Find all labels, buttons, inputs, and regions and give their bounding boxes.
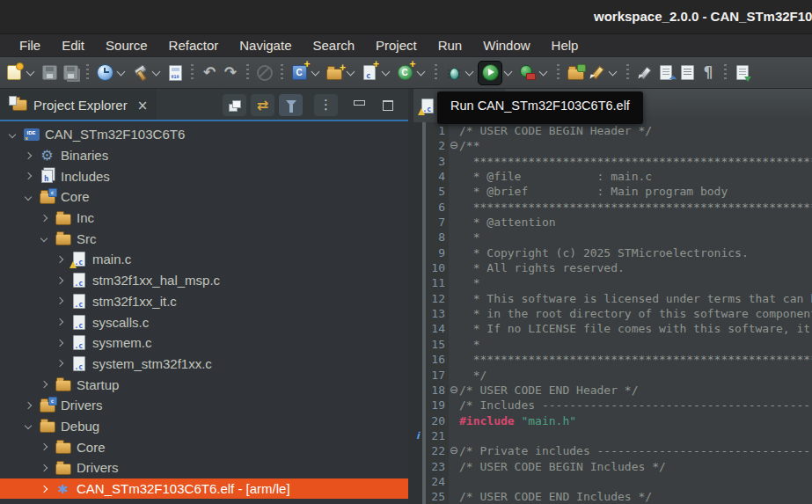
new-source-folder-button[interactable] — [324, 61, 345, 85]
code-text[interactable]: * — [459, 230, 812, 245]
expander-expand-icon[interactable] — [23, 400, 33, 411]
forward-button[interactable]: ↷ — [220, 61, 241, 85]
expander-expand-icon[interactable] — [39, 442, 49, 452]
expander-expand-icon[interactable] — [23, 171, 33, 181]
expander-expand-icon[interactable] — [39, 463, 49, 473]
code-text[interactable]: * @file : main.c — [459, 169, 812, 184]
open-folder-button[interactable] — [565, 61, 586, 85]
code-text[interactable] — [459, 428, 812, 443]
expander-expand-icon[interactable] — [55, 317, 65, 327]
new-class-button[interactable] — [394, 61, 415, 85]
code-text[interactable]: ****************************************… — [459, 154, 812, 169]
collapse-all-button[interactable] — [223, 94, 246, 116]
device-configuration-button[interactable] — [94, 61, 115, 85]
tree-item-inc[interactable]: Inc — [0, 208, 408, 229]
filter-button[interactable] — [279, 94, 303, 116]
expander-expand-icon[interactable] — [55, 338, 65, 348]
expander-expand-icon[interactable] — [39, 379, 49, 390]
outline-view-button[interactable] — [677, 61, 698, 85]
tree-item-includes[interactable]: Includes — [0, 165, 408, 186]
new-class-dropdown[interactable] — [417, 67, 426, 76]
tree-item-main-c[interactable]: main.c — [0, 249, 408, 270]
new-c-project-button[interactable] — [289, 61, 310, 85]
run-button[interactable] — [478, 61, 502, 85]
code-text[interactable]: ****************************************… — [459, 200, 812, 215]
link-documents-button[interactable] — [655, 61, 677, 85]
expander-collapse-icon[interactable] — [7, 129, 18, 140]
code-text[interactable]: * @brief : Main program body — [459, 184, 812, 199]
expander-expand-icon[interactable] — [39, 484, 49, 494]
highlighter-dropdown[interactable] — [609, 67, 618, 76]
menu-run[interactable]: Run — [428, 38, 473, 53]
expander-collapse-icon[interactable] — [23, 420, 33, 431]
menu-file[interactable]: File — [9, 38, 51, 53]
menu-navigate[interactable]: Navigate — [229, 38, 302, 53]
code-text[interactable]: * @attention — [459, 215, 812, 230]
fold-collapse-icon[interactable]: ⊖ — [449, 383, 459, 398]
code-text[interactable]: #include "main.h" — [459, 413, 812, 428]
code-text[interactable] — [459, 474, 812, 489]
device-configuration-dropdown[interactable] — [117, 67, 126, 76]
build-button[interactable] — [129, 61, 150, 85]
tree-item-core[interactable]: Core — [0, 186, 408, 208]
menu-edit[interactable]: Edit — [51, 38, 95, 53]
binary-file-button[interactable] — [165, 61, 186, 85]
new-c-project-dropdown[interactable] — [311, 67, 320, 76]
external-tools-button[interactable] — [516, 61, 538, 85]
show-whitespace-button[interactable]: ¶ — [698, 61, 719, 85]
tab-project-explorer[interactable]: Project Explorer × — [0, 89, 157, 121]
highlighter-button[interactable] — [586, 61, 607, 85]
tree-item-debug[interactable]: Debug — [0, 416, 408, 437]
view-menu-button[interactable]: ⋮ — [314, 94, 338, 116]
tree-item-stm32f1xx-it-c[interactable]: stm32f1xx_it.c — [0, 291, 408, 312]
tree-item-stm32f1xx-hal-msp-c[interactable]: stm32f1xx_hal_msp.c — [0, 270, 408, 291]
new-c-file-dropdown[interactable] — [382, 67, 391, 76]
minimize-button[interactable] — [347, 94, 371, 116]
debug-dropdown[interactable] — [465, 67, 474, 76]
run-dropdown[interactable] — [504, 67, 513, 76]
debug-button[interactable] — [443, 61, 464, 85]
last-edit-location-button[interactable] — [732, 61, 753, 85]
new-wizard-button[interactable] — [4, 61, 25, 85]
save-button[interactable] — [39, 61, 60, 85]
tree-item-src[interactable]: Src — [0, 228, 408, 249]
fold-collapse-icon[interactable]: ⊖ — [449, 138, 459, 153]
code-editor[interactable]: 1/* USER CODE BEGIN Header */2⊖/**3 ****… — [413, 122, 812, 504]
tree-item-drivers[interactable]: Drivers — [0, 395, 408, 416]
save-all-button[interactable] — [60, 61, 81, 85]
menu-project[interactable]: Project — [365, 38, 428, 53]
back-button[interactable]: ↶ — [199, 61, 220, 85]
code-text[interactable]: ****************************************… — [459, 352, 812, 367]
code-text[interactable]: /* USER CODE BEGIN Header */ — [459, 123, 812, 138]
tree-item-drivers[interactable]: Drivers — [0, 457, 408, 478]
expander-expand-icon[interactable] — [23, 150, 33, 161]
expander-expand-icon[interactable] — [55, 254, 65, 265]
menu-search[interactable]: Search — [302, 38, 365, 53]
maximize-button[interactable] — [376, 94, 399, 116]
code-text[interactable]: * If no LICENSE file comes with this sof… — [459, 321, 812, 336]
tree-item-binaries[interactable]: ⚙Binaries — [0, 145, 408, 166]
menu-source[interactable]: Source — [95, 38, 158, 53]
menu-window[interactable]: Window — [472, 38, 540, 53]
link-with-editor-button[interactable]: ⇄ — [251, 94, 274, 116]
menu-refactor[interactable]: Refactor — [158, 38, 230, 53]
code-text[interactable]: /* USER CODE BEGIN Includes */ — [459, 459, 812, 474]
tree-item-startup[interactable]: Startup — [0, 374, 408, 395]
code-text[interactable]: /* USER CODE END Includes */ — [459, 489, 812, 504]
tree-item-syscalls-c[interactable]: syscalls.c — [0, 311, 408, 332]
expander-expand-icon[interactable] — [55, 296, 65, 306]
code-text[interactable]: * Copyright (c) 2025 STMicroelectronics. — [459, 245, 812, 260]
expander-expand-icon[interactable] — [55, 358, 65, 369]
tree-item-system-stm32f1xx-c[interactable]: system_stm32f1xx.c — [0, 354, 408, 375]
code-text[interactable]: */ — [459, 368, 812, 383]
expander-expand-icon[interactable] — [39, 213, 49, 223]
tree-item-can-stm32f103c6t6-elf-arm-le-[interactable]: *CAN_STm32F103C6T6.elf - [arm/le] — [0, 478, 408, 500]
new-c-file-button[interactable] — [359, 61, 380, 85]
expander-expand-icon[interactable] — [55, 275, 65, 286]
new-wizard-dropdown[interactable] — [26, 67, 35, 76]
code-text[interactable]: * — [459, 275, 812, 290]
code-text[interactable]: * This software is licensed under terms … — [459, 291, 812, 306]
code-text[interactable]: * All rights reserved. — [459, 260, 812, 275]
menu-help[interactable]: Help — [541, 38, 589, 53]
code-text[interactable]: * — [459, 337, 812, 352]
